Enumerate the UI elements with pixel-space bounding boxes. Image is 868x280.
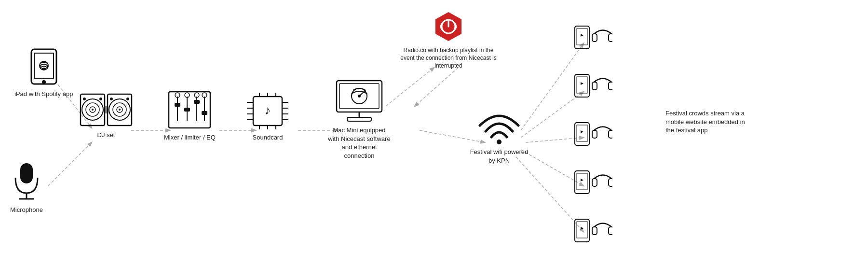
svg-point-68 <box>358 95 361 98</box>
listener-2-node <box>574 72 612 99</box>
svg-rect-41 <box>194 100 200 104</box>
microphone-label: Microphone <box>10 206 43 214</box>
ipad-label: iPad with Spotify app <box>14 90 73 98</box>
svg-rect-92 <box>592 179 597 186</box>
svg-rect-17 <box>20 163 33 183</box>
soundcard-icon: ♪ <box>246 92 289 130</box>
svg-rect-78 <box>609 34 612 42</box>
svg-text:♪: ♪ <box>265 103 271 117</box>
svg-rect-93 <box>609 179 612 186</box>
listener-3-icon <box>574 121 612 147</box>
festival-label-node: Festival crowds stream via a mobile webs… <box>665 106 747 135</box>
macmini-node: Mac Mini equipped with Nicecast software… <box>328 80 391 160</box>
svg-point-31 <box>119 109 121 111</box>
festival-label: Festival crowds stream via a mobile webs… <box>665 109 747 135</box>
svg-rect-85 <box>577 125 587 141</box>
microphone-icon <box>10 159 43 203</box>
listener-5-icon <box>574 217 612 244</box>
svg-point-15 <box>42 80 46 84</box>
svg-rect-95 <box>577 222 587 238</box>
svg-point-33 <box>126 98 129 100</box>
soundcard-label: Soundcard <box>253 133 283 142</box>
svg-rect-82 <box>592 82 597 90</box>
svg-point-16 <box>39 61 49 70</box>
mixer-label: Mixer / limiter / EQ <box>164 133 216 142</box>
radioco-node: Radio.co with backup playlist in the eve… <box>400 10 497 70</box>
microphone-node: Microphone <box>10 159 43 214</box>
svg-rect-97 <box>592 227 597 235</box>
svg-line-12 <box>516 157 583 232</box>
mixer-node: Mixer / limiter / EQ <box>164 89 216 142</box>
listener-5-node <box>574 217 612 244</box>
listener-3-node <box>574 121 612 147</box>
listener-2-icon <box>574 72 612 99</box>
mixer-icon <box>168 89 211 130</box>
svg-line-1 <box>48 142 92 186</box>
wifi-icon <box>475 104 523 145</box>
listener-1-node <box>574 24 612 51</box>
dj-label: DJ set <box>97 131 115 140</box>
svg-marker-81 <box>581 82 583 85</box>
ipad-icon <box>29 48 58 87</box>
dj-icon <box>80 92 133 128</box>
svg-rect-77 <box>592 34 597 42</box>
svg-line-6 <box>415 68 458 106</box>
svg-marker-86 <box>581 130 583 133</box>
svg-marker-76 <box>581 34 583 37</box>
svg-marker-96 <box>581 227 583 230</box>
wifi-node: Festival wifi powered by KPN <box>468 104 530 165</box>
svg-rect-75 <box>577 28 587 45</box>
svg-point-24 <box>92 109 94 111</box>
svg-line-5 <box>386 68 434 106</box>
svg-point-26 <box>99 98 102 100</box>
svg-rect-34 <box>104 106 108 113</box>
listener-4-node <box>574 169 612 196</box>
svg-rect-90 <box>577 173 587 190</box>
svg-rect-70 <box>347 117 371 121</box>
diagram: iPad with Spotify app Microphone <box>0 0 868 280</box>
soundcard-node: ♪ Soundcard <box>246 92 289 142</box>
ipad-node: iPad with Spotify app <box>14 48 73 98</box>
svg-rect-83 <box>609 82 612 90</box>
svg-rect-88 <box>609 130 612 138</box>
svg-rect-87 <box>592 130 597 138</box>
svg-rect-43 <box>202 111 207 115</box>
listener-1-icon <box>574 24 612 51</box>
wifi-label: Festival wifi powered by KPN <box>468 148 530 165</box>
svg-rect-37 <box>175 103 180 107</box>
macmini-label: Mac Mini equipped with Nicecast software… <box>328 126 391 160</box>
dj-node: DJ set <box>80 92 133 140</box>
radioco-icon <box>432 10 465 43</box>
svg-marker-91 <box>581 179 583 182</box>
listener-4-icon <box>574 169 612 196</box>
radioco-label: Radio.co with backup playlist in the eve… <box>400 46 497 70</box>
svg-rect-98 <box>609 227 612 235</box>
svg-point-73 <box>497 140 502 144</box>
svg-point-25 <box>83 98 86 100</box>
macmini-icon <box>333 80 386 123</box>
svg-rect-39 <box>184 108 190 112</box>
svg-rect-80 <box>577 77 587 93</box>
svg-point-32 <box>110 98 113 100</box>
